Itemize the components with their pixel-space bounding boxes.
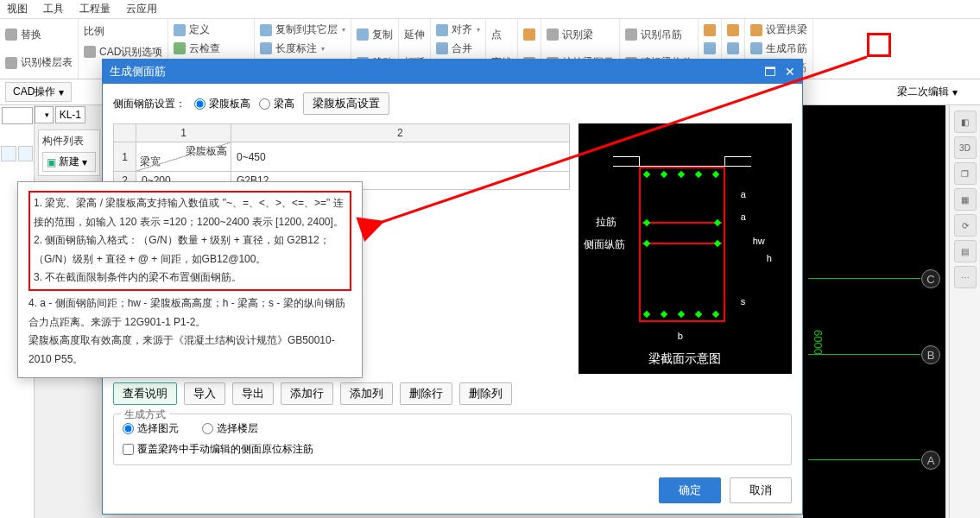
- gen-icon: [750, 42, 762, 54]
- table-buttons: 查看说明 导入 导出 添加行 添加列 删除行 删除列: [113, 382, 792, 405]
- beam-edit-dropdown[interactable]: 梁二次编辑▾: [897, 85, 958, 99]
- rb-setarch[interactable]: 设置拱梁: [749, 22, 809, 38]
- ok-button[interactable]: 确定: [659, 477, 721, 503]
- help-line3: 3. 不在截面限制条件内的梁不布置侧面钢筋。: [34, 268, 346, 287]
- menu-item[interactable]: 工具: [43, 2, 64, 16]
- rb-x2[interactable]: [702, 41, 718, 55]
- rb-idbeam[interactable]: 识别梁: [545, 27, 616, 43]
- rtool-more-icon[interactable]: ⋯: [954, 266, 977, 288]
- dialog-titlebar[interactable]: 生成侧面筋 🗖 ✕: [103, 60, 802, 84]
- copy-icon: [260, 24, 272, 36]
- rtool-grid-icon[interactable]: ▤: [954, 240, 977, 262]
- help-line2: 2. 侧面钢筋输入格式：（G/N）数量 + 级别 + 直径，如 G2B12；（G…: [34, 231, 346, 268]
- left-tool-1[interactable]: [1, 146, 16, 161]
- new-component-button[interactable]: ▣新建▾: [42, 152, 96, 172]
- cancel-button[interactable]: 取消: [730, 477, 792, 503]
- rb-box[interactable]: [522, 28, 537, 41]
- grid-icon: [704, 42, 716, 54]
- col-1: 1: [136, 124, 231, 142]
- rb-replace[interactable]: 替换: [3, 27, 74, 43]
- btn-show-help[interactable]: 查看说明: [113, 382, 177, 405]
- chk-overwrite[interactable]: 覆盖梁跨中手动编辑的侧面原位标注筋: [123, 442, 313, 457]
- dim-icon: [260, 42, 272, 54]
- btn-delrow[interactable]: 删除行: [400, 382, 452, 405]
- beam-preview: 拉筋 侧面纵筋 a a hw h s b 梁截面示意图: [579, 123, 792, 374]
- grid-c: C: [921, 269, 940, 288]
- mini-combo[interactable]: [2, 107, 33, 124]
- component-list-header: 构件列表: [42, 134, 96, 148]
- web-height-cfg-button[interactable]: 梁腹板高设置: [303, 92, 389, 115]
- rb-idhanger[interactable]: 识别吊筋: [623, 27, 694, 43]
- rb-cad-opts[interactable]: CAD识别选项: [82, 44, 164, 60]
- rtool-3d-icon[interactable]: 3D: [954, 136, 977, 159]
- grid-a: A: [921, 451, 940, 470]
- rtool-view-icon[interactable]: ▦: [954, 188, 977, 211]
- kl-left[interactable]: ▾: [35, 106, 54, 123]
- rb-x1[interactable]: [702, 23, 718, 37]
- btn-addrow[interactable]: 添加行: [281, 382, 333, 405]
- radio-beamheight[interactable]: 梁高: [259, 97, 294, 111]
- define-icon: [174, 24, 186, 36]
- help-popup: 1. 梁宽、梁高 / 梁腹板高支持输入数值或 "~、=、<、>、<=、>=" 连…: [17, 181, 363, 378]
- generate-mode: 生成方式 选择图元 选择楼层 覆盖梁跨中手动编辑的侧面原位标注筋: [113, 414, 792, 465]
- genmode-title: 生成方式: [121, 407, 169, 422]
- rtool-box-icon[interactable]: ❐: [954, 162, 977, 185]
- plus-icon: ▣: [47, 156, 56, 168]
- rb-align[interactable]: 对齐▾: [434, 22, 482, 38]
- kl-select[interactable]: KL-1: [55, 106, 85, 123]
- left-tool-2[interactable]: [18, 146, 34, 161]
- swap-icon: [704, 24, 716, 36]
- hanger-icon: [625, 28, 637, 41]
- help-line1: 1. 梁宽、梁高 / 梁腹板高支持输入数值或 "~、=、<、>、<=、>=" 连…: [34, 194, 346, 231]
- cad-canvas[interactable]: C B A 6000: [803, 105, 945, 518]
- rownum-1: 1: [114, 142, 136, 172]
- close-icon[interactable]: ✕: [785, 65, 795, 79]
- right-toolbar: ◧ 3D ❐ ▦ ⟳ ▤ ⋯: [949, 105, 980, 518]
- cad-op-dropdown[interactable]: CAD操作▾: [5, 82, 72, 102]
- rb-point[interactable]: 点: [490, 27, 514, 43]
- radio-sel-element[interactable]: 选择图元: [123, 421, 179, 436]
- highlight-target: [867, 33, 891, 57]
- rb-scale[interactable]: 比例: [82, 23, 164, 40]
- radio-sel-floor[interactable]: 选择楼层: [202, 421, 258, 436]
- btn-import[interactable]: 导入: [184, 382, 225, 405]
- gear-icon: [84, 46, 96, 58]
- arch-icon: [750, 24, 762, 36]
- rb-cloudcheck[interactable]: 云检查: [172, 41, 250, 57]
- cross-header: 梁腹板高 梁宽: [136, 142, 231, 172]
- rb-define[interactable]: 定义: [172, 22, 250, 38]
- rb-floor-table[interactable]: 识别楼层表: [3, 54, 74, 71]
- col-2: 2: [231, 124, 570, 142]
- btn-addcol[interactable]: 添加列: [340, 382, 393, 405]
- radio-webheight[interactable]: 梁腹板高: [194, 97, 250, 111]
- dialog-title: 生成侧面筋: [110, 64, 166, 79]
- replace-icon: [5, 28, 17, 41]
- rb-copylayer[interactable]: 复制到其它层▾: [258, 22, 347, 38]
- btn-delcol[interactable]: 删除列: [459, 382, 512, 405]
- minimize-icon[interactable]: 🗖: [764, 65, 776, 79]
- grid-b: B: [921, 345, 940, 364]
- menu-item[interactable]: 云应用: [126, 2, 157, 16]
- rb-x5[interactable]: [725, 41, 741, 55]
- btn-export[interactable]: 导出: [232, 382, 274, 405]
- menubar: 视图 工具 工程量 云应用: [0, 0, 980, 19]
- menu-item[interactable]: 视图: [7, 2, 28, 16]
- rb-merge[interactable]: 合并: [434, 41, 482, 57]
- help-line4: 4. a - 侧面钢筋间距；hw - 梁腹板高高度；h - 梁高；s - 梁的纵…: [28, 294, 351, 332]
- opt-label: 侧面钢筋设置：: [113, 97, 186, 111]
- i1-icon: [727, 24, 739, 36]
- rb-extend[interactable]: 延伸: [402, 27, 427, 43]
- rtool-ref-icon[interactable]: ⟳: [954, 214, 977, 237]
- cell-1-2[interactable]: 0~450: [231, 142, 570, 172]
- rb-genhanger[interactable]: 生成吊筋: [749, 41, 809, 57]
- copy2-icon: [357, 28, 369, 41]
- box-icon: [523, 28, 535, 41]
- cloud-icon: [174, 42, 186, 54]
- rtool-cube-icon[interactable]: ◧: [954, 111, 977, 133]
- component-list: 构件列表 ▣新建▾: [38, 130, 100, 176]
- preview-caption: 梁截面示意图: [579, 351, 792, 367]
- rb-lendim[interactable]: 长度标注▾: [258, 41, 347, 57]
- rb-x4[interactable]: [725, 23, 741, 37]
- rb-copy[interactable]: 复制: [355, 27, 395, 43]
- menu-item[interactable]: 工程量: [79, 2, 111, 16]
